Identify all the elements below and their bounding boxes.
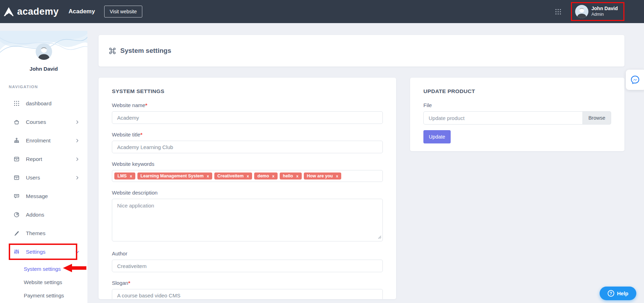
update-product-card: UPDATE PRODUCT File Browse Update [410, 78, 624, 151]
archive-icon [13, 156, 20, 162]
keyword-tag: How are youx [304, 172, 342, 179]
slogan-group: Slogan* [112, 280, 383, 299]
sidebar-item-label: dashboard [26, 100, 80, 107]
academy-logo-icon [3, 7, 14, 16]
sliders-icon [13, 248, 20, 255]
author-label: Author [112, 251, 383, 256]
sidebar-item-courses[interactable]: Courses [0, 113, 87, 131]
sidebar: John David NAVIGATION dashboard Courses [0, 23, 87, 303]
user-menu[interactable]: John David Admin [571, 2, 624, 21]
keyword-tag: Learning Management Systemx [137, 172, 212, 179]
basket-icon [13, 119, 20, 125]
sidebar-item-users[interactable]: Users [0, 168, 87, 187]
sidebar-item-report[interactable]: Report [0, 150, 87, 168]
remove-tag-icon[interactable]: x [207, 174, 209, 178]
archive-icon [13, 174, 20, 181]
sidebar-item-label: Themes [26, 230, 80, 237]
remove-tag-icon[interactable]: x [336, 174, 338, 178]
page-title: System settings [120, 47, 171, 55]
sidebar-item-dashboard[interactable]: dashboard [0, 94, 87, 113]
keywords-input[interactable]: LMSx Learning Management Systemx Creativ… [112, 170, 383, 182]
messenger-icon [630, 75, 641, 85]
website-description-textarea[interactable]: Nice application [112, 199, 383, 241]
system-settings-card: SYSTEM SETTINGS Website name* Website ti… [99, 78, 396, 299]
slogan-label: Slogan* [112, 280, 383, 286]
website-description-group: Website description Nice application [112, 190, 383, 243]
sidebar-item-enrolment[interactable]: Enrolment [0, 131, 87, 150]
update-button[interactable]: Update [423, 130, 451, 143]
page-header-card: System settings [99, 35, 624, 66]
user-role: Admin [592, 12, 618, 17]
website-name-group: Website name* [112, 102, 383, 124]
chevron-right-icon [75, 138, 80, 143]
submenu-item-payment-settings[interactable]: Payment settings [0, 289, 87, 302]
profile-name: John David [0, 66, 87, 72]
system-settings-heading: SYSTEM SETTINGS [112, 88, 383, 94]
help-button[interactable]: ? Help [600, 287, 636, 300]
website-title-input[interactable] [112, 141, 383, 153]
help-label: Help [617, 290, 629, 296]
apps-grid-icon[interactable] [554, 8, 562, 15]
sidebar-item-message[interactable]: Message [0, 187, 87, 205]
grid-icon [13, 100, 20, 107]
logo-text: academy [17, 6, 59, 17]
chevron-right-icon [75, 175, 80, 180]
remove-tag-icon[interactable]: x [272, 174, 274, 178]
sidebar-item-label: Addons [26, 212, 80, 218]
profile-avatar [36, 43, 52, 60]
file-group: File Browse [423, 102, 611, 125]
sidebar-nav: dashboard Courses [0, 94, 87, 261]
submenu-item-system-settings[interactable]: System settings [0, 262, 87, 275]
author-input[interactable] [112, 260, 383, 272]
visit-website-button[interactable]: Visit website [104, 6, 143, 17]
pie-icon [13, 211, 20, 218]
remove-tag-icon[interactable]: x [296, 174, 298, 178]
chevron-right-icon [75, 157, 80, 162]
website-title-group: Website title* [112, 132, 383, 153]
keyword-tag: Creativeitemx [214, 172, 252, 179]
keyword-tag: demox [254, 172, 278, 179]
command-icon [108, 47, 116, 55]
slogan-input[interactable] [112, 289, 383, 299]
sitemap-icon [13, 137, 20, 144]
website-description-label: Website description [112, 190, 383, 196]
resize-handle-icon[interactable] [378, 234, 381, 240]
keyword-tag: LMSx [114, 172, 135, 179]
required-marker: * [140, 132, 142, 138]
sidebar-item-label: Enrolment [26, 138, 69, 144]
sidebar-profile: John David [0, 43, 87, 72]
site-name-label: Academy [69, 8, 95, 15]
messenger-chat-tab[interactable] [626, 70, 644, 90]
remove-tag-icon[interactable]: x [247, 174, 249, 178]
question-icon: ? [608, 290, 614, 297]
user-avatar [575, 5, 588, 18]
sidebar-item-label: Settings [26, 249, 69, 255]
submenu-item-website-settings[interactable]: Website settings [0, 275, 87, 289]
sidebar-item-label: Report [26, 156, 69, 162]
brand-logo[interactable]: academy [3, 6, 59, 17]
chevron-down-icon [75, 249, 80, 254]
sidebar-item-themes[interactable]: Themes [0, 224, 87, 242]
website-name-input[interactable] [112, 111, 383, 124]
sidebar-item-settings[interactable]: Settings [0, 242, 87, 261]
browse-button[interactable]: Browse [583, 111, 611, 125]
sidebar-item-addons[interactable]: Addons [0, 205, 87, 224]
sidebar-item-label: Courses [26, 119, 69, 125]
remove-tag-icon[interactable]: x [130, 174, 132, 178]
sidebar-item-label: Message [26, 193, 80, 199]
keyword-tag: hellox [280, 172, 302, 179]
file-label: File [423, 102, 611, 108]
website-title-label: Website title* [112, 132, 383, 138]
update-product-heading: UPDATE PRODUCT [423, 88, 611, 94]
settings-submenu: System settings Website settings Payment… [0, 262, 87, 302]
chat-icon [13, 193, 20, 199]
file-input[interactable] [423, 111, 583, 125]
website-name-label: Website name* [112, 102, 383, 108]
required-marker: * [145, 102, 148, 108]
chevron-right-icon [75, 120, 80, 125]
user-name: John David [592, 6, 618, 12]
required-marker: * [128, 280, 130, 286]
sidebar-item-label: Users [26, 175, 69, 181]
author-group: Author [112, 251, 383, 272]
brush-icon [13, 230, 20, 237]
